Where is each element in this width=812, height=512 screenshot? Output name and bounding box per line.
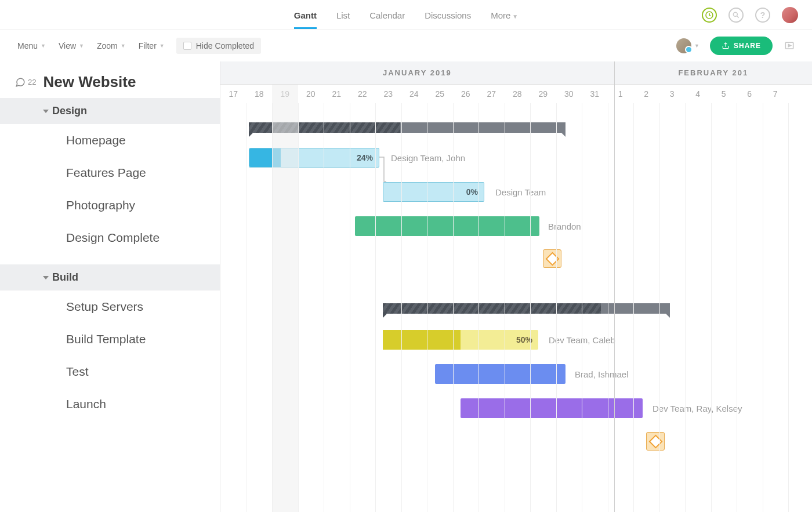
grid-line bbox=[478, 103, 479, 512]
diamond-icon bbox=[648, 434, 662, 448]
summary-bar-build[interactable] bbox=[383, 303, 670, 314]
tab-list[interactable]: List bbox=[336, 1, 350, 28]
grid-line bbox=[324, 103, 324, 512]
task-row[interactable]: Design Complete bbox=[0, 221, 220, 254]
day-label: 27 bbox=[478, 85, 505, 103]
day-label: 17 bbox=[220, 85, 246, 103]
task-list-panel: 22 New Website Design Homepage Features … bbox=[0, 61, 220, 512]
menu-dropdown[interactable]: Menu▼ bbox=[16, 38, 47, 54]
day-label: 29 bbox=[530, 85, 556, 103]
present-icon[interactable] bbox=[783, 39, 796, 52]
view-dropdown[interactable]: View▼ bbox=[57, 38, 85, 54]
task-row[interactable]: Build Template bbox=[0, 323, 220, 355]
user-avatar[interactable] bbox=[782, 7, 798, 23]
day-label: 25 bbox=[427, 85, 453, 103]
day-label: 21 bbox=[324, 85, 350, 103]
grid-line bbox=[556, 103, 557, 512]
grid-line bbox=[582, 103, 582, 512]
group-header-design[interactable]: Design bbox=[0, 98, 220, 124]
month-divider bbox=[614, 61, 615, 512]
task-row[interactable]: Test bbox=[0, 355, 220, 388]
grid-line bbox=[763, 103, 763, 512]
grid-line bbox=[685, 103, 686, 512]
assignee-label: Design Team, John bbox=[391, 153, 465, 163]
grid-line bbox=[633, 103, 634, 512]
grid-line bbox=[737, 103, 737, 512]
group-header-build[interactable]: Build bbox=[0, 264, 220, 291]
task-bar-setup[interactable]: 50% bbox=[383, 330, 538, 350]
tab-gantt[interactable]: Gantt bbox=[294, 1, 317, 28]
day-label: 1 bbox=[608, 85, 634, 103]
task-row[interactable]: Homepage bbox=[0, 124, 220, 157]
month-label: FEBRUARY 201 bbox=[615, 61, 812, 84]
assignee-label: Brandon bbox=[548, 221, 581, 231]
day-label: 20 bbox=[298, 85, 324, 103]
comments-button[interactable]: 22 bbox=[15, 77, 36, 88]
month-label: JANUARY 2019 bbox=[220, 61, 614, 84]
svg-point-1 bbox=[733, 12, 737, 16]
hide-completed-toggle[interactable]: Hide Completed bbox=[176, 38, 261, 54]
task-row[interactable]: Features Page bbox=[0, 157, 220, 189]
project-title[interactable]: New Website bbox=[43, 73, 136, 91]
assignee-picker[interactable]: ▼ bbox=[676, 38, 699, 53]
grid-line bbox=[659, 103, 660, 512]
clock-icon[interactable] bbox=[702, 8, 717, 23]
diamond-icon bbox=[545, 252, 559, 266]
task-bar-features[interactable]: 0% bbox=[383, 182, 484, 202]
gantt-chart[interactable]: JANUARY 2019 FEBRUARY 201 17181920212223… bbox=[220, 61, 812, 512]
tab-discussions[interactable]: Discussions bbox=[425, 1, 471, 28]
day-label: 31 bbox=[582, 85, 608, 103]
grid-line bbox=[530, 103, 531, 512]
grid-line bbox=[788, 103, 789, 512]
task-row[interactable]: Setup Servers bbox=[0, 291, 220, 323]
task-bar-photography[interactable] bbox=[355, 216, 539, 236]
zoom-dropdown[interactable]: Zoom▼ bbox=[96, 38, 127, 54]
day-label: 5 bbox=[711, 85, 737, 103]
tab-more[interactable]: More▼ bbox=[491, 1, 518, 28]
task-row[interactable]: Photography bbox=[0, 189, 220, 221]
filter-dropdown[interactable]: Filter▼ bbox=[137, 38, 166, 54]
grid-line bbox=[711, 103, 712, 512]
search-icon[interactable] bbox=[728, 8, 744, 23]
milestone-design-complete[interactable] bbox=[543, 249, 561, 268]
task-bar-template[interactable] bbox=[435, 364, 566, 384]
checkbox-icon bbox=[183, 42, 191, 50]
collapse-icon bbox=[43, 110, 49, 113]
task-bar-homepage[interactable]: 24% bbox=[249, 148, 379, 168]
milestone-launch[interactable] bbox=[646, 432, 665, 451]
comment-count: 22 bbox=[28, 78, 36, 86]
grid-line bbox=[298, 103, 299, 512]
toolbar: Menu▼ View▼ Zoom▼ Filter▼ Hide Completed… bbox=[0, 30, 812, 61]
day-label: 23 bbox=[375, 85, 401, 103]
dependency-line bbox=[379, 157, 386, 183]
grid-line bbox=[427, 103, 427, 512]
assignee-label: Brad, Ishmael bbox=[575, 369, 629, 379]
hide-completed-label: Hide Completed bbox=[196, 41, 254, 50]
month-header: JANUARY 2019 FEBRUARY 201 bbox=[220, 61, 812, 85]
day-label: 2 bbox=[633, 85, 659, 103]
grid-line bbox=[453, 103, 454, 512]
grid-line bbox=[246, 103, 247, 512]
grid-line bbox=[505, 103, 505, 512]
day-label: 22 bbox=[350, 85, 376, 103]
share-button[interactable]: SHARE bbox=[710, 37, 773, 55]
day-label: 30 bbox=[556, 85, 582, 103]
grid-line bbox=[375, 103, 376, 512]
day-label: 24 bbox=[401, 85, 427, 103]
day-label: 7 bbox=[763, 85, 789, 103]
grid-line bbox=[401, 103, 402, 512]
assignee-avatar-icon bbox=[676, 38, 691, 53]
grid-line bbox=[608, 103, 608, 512]
task-row[interactable]: Launch bbox=[0, 388, 220, 420]
day-label: 6 bbox=[737, 85, 763, 103]
help-icon[interactable]: ? bbox=[755, 8, 770, 23]
tab-calendar[interactable]: Calendar bbox=[369, 1, 405, 28]
gantt-body[interactable]: 24% Design Team, John 0% Design Team Bra… bbox=[220, 103, 812, 512]
grid-line bbox=[350, 103, 350, 512]
today-highlight bbox=[272, 85, 298, 512]
task-bar-test[interactable] bbox=[461, 398, 643, 418]
assignee-label: Dev Team, Ray, Kelsey bbox=[652, 404, 742, 413]
day-label: 4 bbox=[685, 85, 711, 103]
day-label: 18 bbox=[246, 85, 273, 103]
share-label: SHARE bbox=[734, 42, 761, 50]
